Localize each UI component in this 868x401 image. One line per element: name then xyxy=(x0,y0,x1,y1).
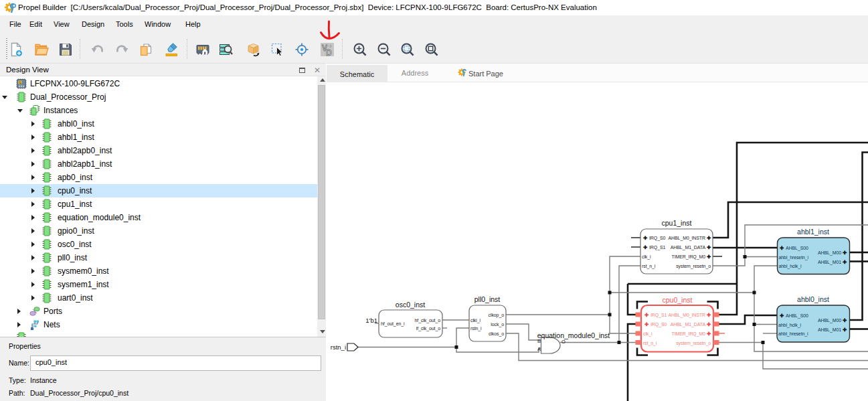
svg-text:IRQ_S1: IRQ_S1 xyxy=(649,245,666,250)
svg-text:AHBL_M01: AHBL_M01 xyxy=(818,327,841,333)
svg-text:✚: ✚ xyxy=(643,235,648,241)
svg-text:1'b1: 1'b1 xyxy=(365,317,377,324)
svg-text:✚: ✚ xyxy=(843,327,847,333)
svg-text:A: A xyxy=(537,346,541,352)
svg-text:ahbl_hclk_i: ahbl_hclk_i xyxy=(778,323,801,328)
svg-text:AHBL_M00: AHBL_M00 xyxy=(818,250,841,256)
svg-text:O: O xyxy=(561,339,566,345)
svg-text:ahbl0_inst: ahbl0_inst xyxy=(797,295,829,303)
svg-text:IRQ_S0: IRQ_S0 xyxy=(649,236,666,241)
svg-text:✚: ✚ xyxy=(644,312,649,318)
svg-text:IRQ_S0: IRQ_S0 xyxy=(650,322,667,327)
svg-text:hf_clk_out_o: hf_clk_out_o xyxy=(415,318,441,323)
svg-text:AHBL_M0_INSTR: AHBL_M0_INSTR xyxy=(669,236,706,241)
svg-text:equation_module0_inst: equation_module0_inst xyxy=(537,331,610,339)
svg-text:system_resetn_o: system_resetn_o xyxy=(676,264,711,269)
svg-text:cpu1_inst: cpu1_inst xyxy=(662,219,692,227)
svg-text:system_resetn_o: system_resetn_o xyxy=(676,341,711,346)
svg-text:clk_i: clk_i xyxy=(643,331,653,337)
svg-text:✚: ✚ xyxy=(843,259,847,265)
svg-text:hf_out_en_i: hf_out_en_i xyxy=(381,321,405,327)
svg-text:✚: ✚ xyxy=(780,245,784,251)
svg-text:clkop_o: clkop_o xyxy=(489,313,505,318)
svg-text:B: B xyxy=(537,338,541,344)
svg-text:✚: ✚ xyxy=(843,317,847,323)
svg-text:AHBL_M0_INSTR: AHBL_M0_INSTR xyxy=(669,313,706,318)
svg-text:IRQ_S1: IRQ_S1 xyxy=(650,313,667,318)
svg-text:cpu0_inst: cpu0_inst xyxy=(663,296,693,304)
svg-text:rst_n_i: rst_n_i xyxy=(643,341,657,346)
svg-text:AHBL_M01: AHBL_M01 xyxy=(818,260,841,265)
svg-text:✚: ✚ xyxy=(707,254,711,260)
svg-text:osc0_inst: osc0_inst xyxy=(396,301,425,309)
svg-text:AHBL_M1_DATA: AHBL_M1_DATA xyxy=(671,322,706,327)
svg-text:AHBL_S00: AHBL_S00 xyxy=(786,313,808,319)
svg-text:AHBL_S00: AHBL_S00 xyxy=(786,246,808,251)
svg-text:lock_o: lock_o xyxy=(491,322,504,327)
svg-text:ahbl_hresetn_i: ahbl_hresetn_i xyxy=(778,331,808,337)
svg-text:✚: ✚ xyxy=(707,235,711,241)
svg-text:✚: ✚ xyxy=(780,313,784,319)
svg-text:pll0_inst: pll0_inst xyxy=(474,295,501,303)
svg-text:✚: ✚ xyxy=(843,250,847,256)
svg-text:AHBL_M00: AHBL_M00 xyxy=(818,318,841,323)
svg-text:rstn_i: rstn_i xyxy=(470,326,482,331)
svg-text:✚: ✚ xyxy=(644,321,649,327)
svg-text:rstn_i: rstn_i xyxy=(331,343,346,351)
svg-text:clkos_o: clkos_o xyxy=(489,331,504,337)
svg-text:ahbl1_inst: ahbl1_inst xyxy=(797,228,829,236)
svg-text:AHBL_M1_DATA: AHBL_M1_DATA xyxy=(671,245,706,250)
svg-text:TIMER_IRQ_M0: TIMER_IRQ_M0 xyxy=(671,254,705,260)
svg-text:ahbl_hclk_i: ahbl_hclk_i xyxy=(779,264,802,269)
svg-text:✚: ✚ xyxy=(707,331,711,337)
svg-text:✚: ✚ xyxy=(707,312,711,318)
svg-text:lf_clk_out_o: lf_clk_out_o xyxy=(416,326,440,331)
svg-text:TIMER_IRQ_M0: TIMER_IRQ_M0 xyxy=(671,331,705,337)
svg-text:✚: ✚ xyxy=(643,244,648,250)
svg-text:clki_i: clki_i xyxy=(470,318,481,323)
svg-text:D: D xyxy=(326,48,332,57)
svg-text:ahbl_hresetn_i: ahbl_hresetn_i xyxy=(779,255,809,260)
svg-text:clk_i: clk_i xyxy=(642,254,651,260)
svg-text:✚: ✚ xyxy=(707,321,711,327)
svg-text:rst_n_i: rst_n_i xyxy=(642,264,656,269)
svg-text:✚: ✚ xyxy=(707,244,711,250)
